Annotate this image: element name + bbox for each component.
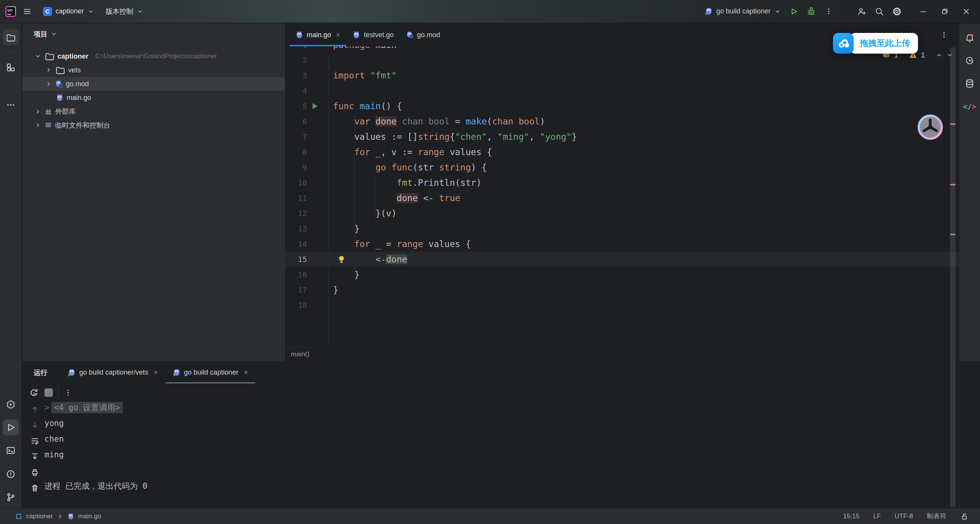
tree-item-main.go[interactable]: main.go [22,91,285,105]
project-panel: 项目 captionerC:\Users\meowr\GolandProject… [22,23,286,361]
main-menu-button[interactable] [18,3,36,20]
services-tool-button[interactable] [3,396,19,413]
netdisk-upload-widget[interactable]: 拖拽至此上传 [833,33,918,54]
scroll-to-end-button[interactable] [30,452,39,461]
settings-button[interactable] [888,3,906,20]
debug-button[interactable] [802,3,820,20]
print-button[interactable] [30,468,39,477]
code-editor[interactable]: 1package main23import "fmt"45func main()… [286,46,959,347]
status-breadcrumb[interactable]: captioner main.go [15,513,101,520]
run-tab-go build captioner/vets[interactable]: go build captioner/vets✕ [60,362,165,383]
project-panel-header[interactable]: 项目 [22,23,285,43]
run-line-icon[interactable] [310,102,319,111]
status-widget-15:15[interactable]: 15:15 [843,513,859,520]
tab-main.go[interactable]: main.go✕ [289,23,346,46]
rerun-button[interactable] [29,388,39,398]
terminal-tool-button[interactable] [3,442,19,458]
chevron-right-icon[interactable] [34,108,41,115]
minimize-button[interactable] [913,2,934,21]
code-tags-icon: </> [963,102,976,111]
editor-options-button[interactable] [940,31,948,39]
titlebar: GO C captioner 版本控制 go build captioner [0,0,980,23]
bell-icon [965,33,975,43]
project-tree: captionerC:\Users\meowr\GolandProjects\c… [22,49,285,132]
status-project: captioner [26,513,53,520]
chevron-right-icon[interactable] [45,80,52,87]
down-stacktrace-button[interactable] [30,421,39,430]
tree-item-临时文件和控制台[interactable]: 临时文件和控制台 [22,118,285,132]
vcs-widget[interactable]: 版本控制 [101,4,148,19]
play-icon [789,7,798,16]
lib-icon [44,108,52,115]
status-widget-LF[interactable]: LF [873,513,881,520]
clear-console-button[interactable] [30,483,39,493]
chevron-right-icon[interactable] [34,122,41,129]
gopher-icon [56,94,64,102]
search-icon [875,7,884,16]
gear-icon [892,7,902,16]
services-icon [6,400,16,409]
tree-item-外部库[interactable]: 外部库 [22,105,285,118]
close-button[interactable] [956,2,977,21]
chevron-down-icon[interactable] [34,53,41,60]
code-text: func main() { [333,98,402,114]
code-line-17: 17} [286,282,959,298]
run-config-selector[interactable]: go build captioner [701,7,785,16]
project-widget[interactable]: C captioner [38,4,99,19]
git-branch-icon [6,492,16,502]
terminal-icon [6,445,16,455]
overlay-avatar-badge[interactable] [917,114,943,140]
more-tool-windows-button[interactable] [3,97,19,113]
notifications-button[interactable] [962,30,978,46]
git-tool-button[interactable] [3,489,19,505]
run-more-button[interactable] [64,388,72,397]
stop-button[interactable] [44,388,53,397]
fold-arrow-icon[interactable]: > [44,400,51,416]
tab-go.mod[interactable]: go.mod [400,23,446,46]
console-output[interactable]: ><4 go 设置调用>yongchenming进程 已完成，退出代码为 0 [44,400,969,494]
status-widget-制表符[interactable]: 制表符 [927,512,946,521]
commit-tool-button[interactable] [3,59,19,75]
tree-item-captioner[interactable]: captionerC:\Users\meowr\GolandProjects\c… [22,49,285,63]
search-everywhere-button[interactable] [871,3,888,20]
structure-icon [6,62,16,72]
restore-button[interactable] [934,2,956,21]
project-name: captioner [56,7,84,15]
up-stacktrace-button[interactable] [30,405,39,414]
tab-testvet.go[interactable]: testvet.go [346,23,400,46]
close-icon[interactable]: ✕ [153,369,158,376]
editor-breadcrumb[interactable]: main() [286,347,959,361]
endpoints-button[interactable]: </> [962,98,978,115]
close-icon[interactable]: ✕ [335,31,340,39]
ai-assistant-button[interactable] [962,52,978,69]
folder-icon [55,65,65,75]
line-number: 10 [286,175,307,190]
database-button[interactable] [962,75,978,92]
warning-count: 1 [921,51,925,59]
tree-item-go.mod[interactable]: go.mod [22,77,285,91]
status-widget-UTF-8[interactable]: UTF-8 [895,513,913,520]
console-line [44,463,969,478]
line-number: 11 [286,190,307,206]
close-icon[interactable]: ✕ [243,369,248,376]
soft-wrap-button[interactable] [30,436,39,445]
line-number: 14 [286,236,307,252]
prev-issue-button[interactable] [936,52,942,59]
tree-item-label: go.mod [66,80,89,88]
chevron-right-icon[interactable] [45,67,52,74]
editor-scrollbar[interactable] [950,47,956,507]
tree-item-vets[interactable]: vets [22,63,285,77]
more-actions-button[interactable] [820,3,838,20]
run-tab-go build captioner[interactable]: go build captioner✕ [165,362,256,383]
run-button[interactable] [785,3,802,20]
problems-tool-button[interactable] [3,466,19,482]
run-tool-button[interactable] [3,419,19,436]
folded-command[interactable]: <4 go 设置调用> [51,402,123,413]
folder-icon [44,51,54,61]
project-tool-button[interactable] [3,29,19,46]
netdisk-logo-icon [833,33,854,54]
lock-open-icon[interactable] [960,512,969,521]
code-text: }(v) [333,206,397,221]
next-issue-button[interactable] [946,52,953,59]
code-with-me-button[interactable] [853,3,871,20]
